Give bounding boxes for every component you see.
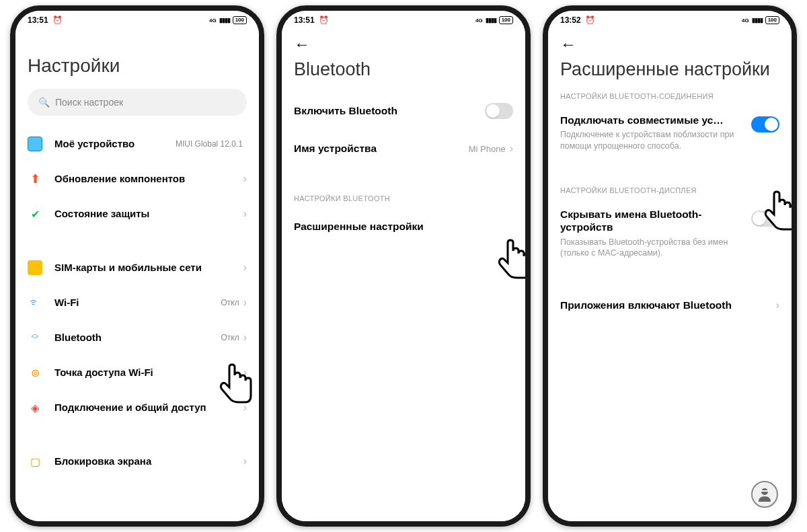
phone-bluetooth: 13:51 ⏰ 4G ▮▮▮▮ 100 ← Bluetooth Включить… — [276, 5, 531, 527]
row-label: Подключать совместимые ус… — [560, 114, 744, 126]
status-time: 13:51 — [294, 15, 315, 25]
alarm-icon: ⏰ — [319, 15, 329, 25]
row-hotspot[interactable]: ⊚ Точка доступа Wi-Fi › — [28, 355, 247, 390]
battery-indicator: 100 — [765, 16, 779, 24]
lock-icon: ▢ — [28, 454, 42, 469]
row-label: SIM-карты и мобильные сети — [54, 262, 243, 274]
phone-settings: 13:51 ⏰ 4G ▮▮▮▮ 100 Настройки 🔍 Поиск на… — [10, 5, 264, 527]
network-4g: 4G — [475, 17, 483, 24]
back-button[interactable]: ← — [294, 35, 310, 54]
chevron-right-icon: › — [243, 262, 247, 274]
row-device-name[interactable]: Имя устройства Mi Phone › — [294, 130, 513, 167]
row-label: Обновление компонентов — [54, 173, 243, 186]
page-title: Bluetooth — [294, 59, 513, 80]
shield-icon: ✔ — [28, 206, 42, 221]
chevron-right-icon: › — [776, 299, 779, 311]
row-share[interactable]: ◈ Подключение и общий доступ › — [28, 390, 247, 425]
row-description: Подключение к устройствам поблизости при… — [560, 129, 744, 151]
row-hide-names[interactable]: Скрывать имена Bluetooth-устройств Показ… — [560, 200, 779, 266]
row-label: Имя устройства — [294, 143, 469, 155]
row-description: Показывать Bluetooth-устройства без имен… — [560, 237, 744, 259]
section-header: НАСТРОЙКИ BLUETOOTH-ДИСПЛЕЯ — [560, 186, 779, 194]
status-bar: 13:52 ⏰ 4G ▮▮▮▮ 100 — [548, 11, 792, 30]
search-placeholder: Поиск настроек — [55, 97, 123, 108]
status-bar: 13:51 ⏰ 4G ▮▮▮▮ 100 — [282, 11, 525, 30]
search-icon: 🔍 — [38, 97, 50, 108]
row-label: Моё устройство — [54, 138, 176, 151]
device-icon — [28, 137, 42, 151]
chevron-right-icon: › — [243, 455, 247, 467]
wifi-icon: ᯤ — [28, 295, 42, 310]
alarm-icon: ⏰ — [52, 15, 63, 25]
row-bluetooth[interactable]: ⌔ Bluetooth Откл › — [28, 320, 247, 355]
toggle-hide-names-off[interactable] — [751, 211, 779, 227]
page-title: Настройки — [28, 55, 247, 77]
signal-icon: ▮▮▮▮ — [752, 17, 763, 24]
row-label: Состояние защиты — [54, 208, 243, 221]
row-label: Блокировка экрана — [54, 455, 243, 468]
chevron-right-icon: › — [243, 367, 247, 379]
section-header: НАСТРОЙКИ BLUETOOTH-СОЕДИНЕНИЯ — [560, 92, 779, 100]
page-title: Расширенные настройки — [560, 59, 779, 80]
chevron-right-icon: › — [243, 297, 247, 309]
row-apps-bluetooth[interactable]: Приложения влкючают Bluetooth › — [560, 287, 779, 324]
hotspot-icon: ⊚ — [28, 365, 42, 380]
row-sim[interactable]: SIM-карты и мобильные сети › — [28, 250, 247, 285]
watermark-avatar — [751, 481, 778, 508]
row-label: Подключение и общий доступ — [54, 402, 243, 414]
battery-indicator: 100 — [233, 16, 247, 24]
section-header: НАСТРОЙКИ BLUETOOTH — [294, 194, 513, 202]
row-label: Приложения влкючают Bluetooth — [560, 299, 776, 311]
row-value: Откл — [221, 298, 239, 307]
row-label: Скрывать имена Bluetooth-устройств — [560, 208, 744, 234]
status-time: 13:52 — [560, 15, 581, 25]
row-label: Расширенные настройки — [294, 221, 513, 233]
row-enable-bluetooth[interactable]: Включить Bluetooth — [294, 92, 513, 130]
row-label: Bluetooth — [54, 332, 221, 344]
update-icon: ⬆ — [28, 172, 42, 186]
row-update[interactable]: ⬆ Обновление компонентов › — [28, 161, 247, 196]
alarm-icon: ⏰ — [585, 15, 595, 25]
status-time: 13:51 — [28, 15, 48, 25]
bluetooth-icon: ⌔ — [28, 330, 42, 345]
row-connect-compatible[interactable]: Подключать совместимые ус… Подключение к… — [560, 106, 779, 159]
row-my-device[interactable]: Моё устройство MIUI Global 12.0.1 — [28, 126, 247, 161]
chevron-right-icon: › — [243, 173, 247, 185]
toggle-compatible-on[interactable] — [751, 116, 779, 132]
status-bar: 13:51 ⏰ 4G ▮▮▮▮ 100 — [15, 11, 259, 30]
chevron-right-icon: › — [243, 402, 247, 414]
sim-icon — [28, 260, 42, 275]
row-advanced-settings[interactable]: Расширенные настройки — [294, 208, 513, 245]
phone-advanced: 13:52 ⏰ 4G ▮▮▮▮ 100 ← Расширенные настро… — [543, 5, 797, 527]
row-label: Точка доступа Wi-Fi — [54, 367, 243, 379]
share-icon: ◈ — [28, 400, 42, 415]
signal-icon: ▮▮▮▮ — [219, 17, 230, 24]
row-label: Wi-Fi — [54, 297, 221, 309]
svg-rect-1 — [761, 490, 769, 492]
chevron-right-icon: › — [243, 208, 247, 220]
chevron-right-icon: › — [510, 143, 513, 155]
row-wifi[interactable]: ᯤ Wi-Fi Откл › — [28, 285, 247, 320]
row-value: MIUI Global 12.0.1 — [176, 139, 243, 149]
network-4g: 4G — [742, 17, 749, 24]
search-input[interactable]: 🔍 Поиск настроек — [28, 89, 247, 116]
toggle-bluetooth-off[interactable] — [485, 103, 513, 119]
signal-icon: ▮▮▮▮ — [486, 17, 496, 24]
back-button[interactable]: ← — [560, 35, 576, 54]
row-value: Mi Phone — [469, 144, 506, 154]
chevron-right-icon: › — [243, 332, 247, 344]
row-label: Включить Bluetooth — [294, 105, 485, 117]
network-4g: 4G — [209, 17, 217, 24]
row-lockscreen[interactable]: ▢ Блокировка экрана › — [28, 444, 247, 479]
row-security[interactable]: ✔ Состояние защиты › — [28, 196, 247, 231]
battery-indicator: 100 — [499, 16, 513, 24]
row-value: Откл — [221, 333, 239, 342]
